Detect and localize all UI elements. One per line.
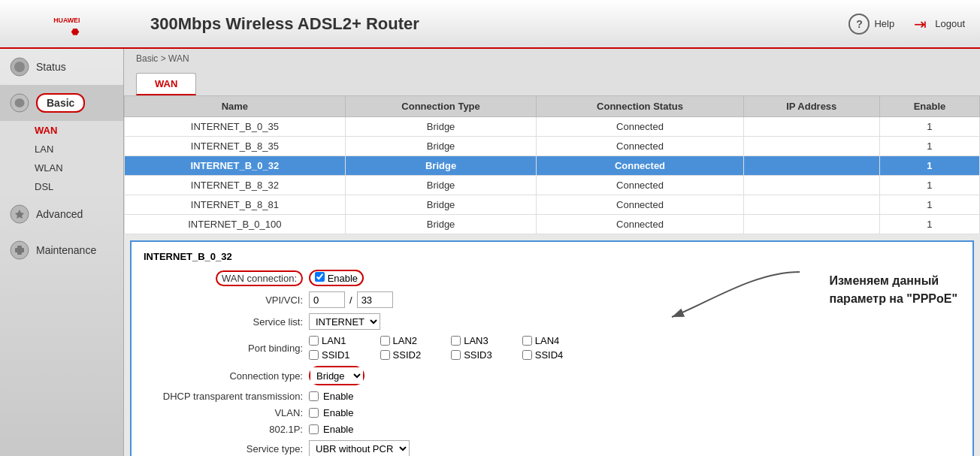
svg-text:HUAWEI: HUAWEI bbox=[53, 16, 80, 23]
vlan-checkbox[interactable] bbox=[309, 408, 319, 418]
vci-input[interactable] bbox=[357, 291, 393, 308]
service-type-field: UBR without PCRUBR with PCRCBRVBR-rtVBR-… bbox=[309, 440, 410, 456]
cb-lan2[interactable] bbox=[380, 336, 390, 346]
table-row[interactable]: INTERNET_B_8_81BridgeConnected1 bbox=[125, 195, 980, 215]
col-header-conn-type: Connection Type bbox=[345, 96, 537, 117]
connection-type-row: Connection type: BridgePPPoEIPoEPPPoAIPo… bbox=[144, 366, 960, 385]
logout-label: Logout bbox=[935, 18, 965, 29]
wan-connection-checkbox[interactable] bbox=[315, 272, 325, 282]
sidebar-label-advanced: Advanced bbox=[36, 208, 83, 220]
table-row[interactable]: INTERNET_B_8_32BridgeConnected1 bbox=[125, 176, 980, 195]
annotation-text: Изменяем данныйпараметр на "PPPoE" bbox=[830, 274, 957, 305]
sidebar-label-status: Status bbox=[36, 61, 66, 73]
logout-icon: ⇥ bbox=[909, 14, 930, 35]
port-lan3: LAN3 bbox=[451, 335, 492, 346]
sidebar-item-advanced[interactable]: Advanced bbox=[0, 196, 123, 232]
label-lan2: LAN2 bbox=[393, 335, 418, 346]
dhcp-row: DHCP transparent transmission: Enable bbox=[144, 391, 960, 402]
col-header-enable: Enable bbox=[879, 96, 979, 117]
cb-lan4[interactable] bbox=[522, 336, 532, 346]
port-binding-field: LAN1 SSID1 LAN2 bbox=[309, 335, 563, 361]
cb-ssid1[interactable] bbox=[309, 350, 319, 360]
port-col-4: LAN4 SSID4 bbox=[522, 335, 564, 361]
table-row[interactable]: INTERNET_B_8_35BridgeConnected1 bbox=[125, 137, 980, 156]
label-ssid4: SSID4 bbox=[535, 349, 564, 361]
vlan-field: Enable bbox=[309, 407, 353, 418]
vlan-text: Enable bbox=[323, 407, 353, 418]
vlan-label: VLAN: bbox=[144, 407, 309, 418]
dot1p-text: Enable bbox=[323, 424, 353, 435]
svg-rect-13 bbox=[15, 248, 24, 252]
help-label: Help bbox=[874, 18, 894, 29]
logout-button[interactable]: ⇥ Logout bbox=[909, 14, 965, 35]
dhcp-checkbox[interactable] bbox=[309, 391, 319, 401]
label-ssid2: SSID2 bbox=[393, 349, 422, 361]
table-row[interactable]: INTERNET_B_0_100BridgeConnected1 bbox=[125, 215, 980, 234]
sidebar-item-maintenance[interactable]: Maintenance bbox=[0, 232, 123, 268]
table-row[interactable]: INTERNET_B_0_32BridgeConnected1 bbox=[125, 156, 980, 176]
sidebar-sub-item-wan[interactable]: WAN bbox=[12, 121, 123, 140]
dot1p-checkbox[interactable] bbox=[309, 424, 319, 434]
cb-lan1[interactable] bbox=[309, 336, 319, 346]
service-list-select[interactable]: INTERNETTR069VOIP bbox=[309, 313, 380, 330]
label-ssid1: SSID1 bbox=[322, 349, 350, 361]
wan-connection-field: Enable bbox=[309, 270, 364, 286]
help-button[interactable]: ? Help bbox=[848, 14, 894, 35]
svg-point-8 bbox=[14, 62, 25, 72]
sidebar-item-status[interactable]: Status bbox=[0, 49, 123, 85]
label-ssid3: SSID3 bbox=[464, 349, 492, 361]
service-list-label: Service list: bbox=[144, 316, 309, 328]
sidebar-sub-item-lan[interactable]: LAN bbox=[12, 140, 123, 159]
sidebar-label-basic: Basic bbox=[36, 93, 85, 113]
port-cols: LAN1 SSID1 LAN2 bbox=[309, 335, 563, 361]
wan-connection-text: Enable bbox=[328, 273, 358, 284]
tab-wan[interactable]: WAN bbox=[136, 73, 196, 95]
header: HUAWEI 300Mbps Wireless ADSL2+ Router ? … bbox=[0, 0, 980, 49]
label-lan3: LAN3 bbox=[464, 335, 488, 346]
cb-ssid3[interactable] bbox=[451, 350, 461, 360]
content-area: Basic > WAN WAN Name Connection Type Con… bbox=[124, 49, 980, 456]
dot1p-row: 802.1P: Enable bbox=[144, 424, 960, 435]
col-header-ip: IP Address bbox=[743, 96, 879, 117]
maintenance-icon bbox=[9, 240, 30, 261]
port-col-2: LAN2 SSID2 bbox=[380, 335, 422, 361]
table-row[interactable]: INTERNET_B_0_35BridgeConnected1 bbox=[125, 117, 980, 137]
wan-connection-label-text: WAN connection: bbox=[216, 270, 303, 286]
port-binding-label: Port binding: bbox=[144, 343, 309, 354]
dhcp-text: Enable bbox=[323, 391, 353, 402]
wan-connection-label: WAN connection: bbox=[144, 270, 309, 286]
sidebar-item-basic[interactable]: Basic bbox=[0, 85, 123, 121]
sidebar-sub-item-wlan[interactable]: WLAN bbox=[12, 159, 123, 177]
dhcp-field: Enable bbox=[309, 391, 353, 402]
cb-ssid4[interactable] bbox=[522, 350, 532, 360]
port-ssid2: SSID2 bbox=[380, 349, 422, 361]
detail-title: INTERNET_B_0_32 bbox=[144, 251, 960, 262]
port-lan4: LAN4 bbox=[522, 335, 564, 346]
vpi-vci-label: VPI/VCI: bbox=[144, 294, 309, 306]
sidebar-label-maintenance: Maintenance bbox=[36, 244, 96, 256]
breadcrumb: Basic > WAN bbox=[124, 49, 980, 68]
advanced-icon bbox=[9, 204, 30, 225]
port-col-1: LAN1 SSID1 bbox=[309, 335, 350, 361]
huawei-logo: HUAWEI bbox=[49, 9, 101, 39]
main-layout: Status Basic WAN LAN WLAN DSL bbox=[0, 49, 980, 456]
wan-table: Name Connection Type Connection Status I… bbox=[124, 95, 980, 234]
dhcp-label: DHCP transparent transmission: bbox=[144, 391, 309, 402]
service-type-select[interactable]: UBR without PCRUBR with PCRCBRVBR-rtVBR-… bbox=[309, 440, 410, 456]
service-type-row: Service type: UBR without PCRUBR with PC… bbox=[144, 440, 960, 456]
sidebar: Status Basic WAN LAN WLAN DSL bbox=[0, 49, 124, 456]
detail-panel: INTERNET_B_0_32 WAN connection: Enable V… bbox=[130, 240, 974, 456]
connection-type-select[interactable]: BridgePPPoEIPoEPPPoAIPoA bbox=[310, 367, 363, 384]
sidebar-sub-item-dsl[interactable]: DSL bbox=[12, 177, 123, 196]
conn-type-highlight: BridgePPPoEIPoEPPPoAIPoA bbox=[309, 366, 364, 385]
port-ssid3: SSID3 bbox=[451, 349, 492, 361]
label-lan1: LAN1 bbox=[322, 335, 346, 346]
status-icon bbox=[9, 56, 30, 77]
port-col-3: LAN3 SSID3 bbox=[451, 335, 492, 361]
dot1p-label: 802.1P: bbox=[144, 424, 309, 435]
connection-type-field: BridgePPPoEIPoEPPPoAIPoA bbox=[309, 366, 364, 385]
cb-lan3[interactable] bbox=[451, 336, 461, 346]
service-type-label: Service type: bbox=[144, 443, 309, 454]
cb-ssid2[interactable] bbox=[380, 350, 390, 360]
vpi-input[interactable] bbox=[309, 291, 345, 308]
